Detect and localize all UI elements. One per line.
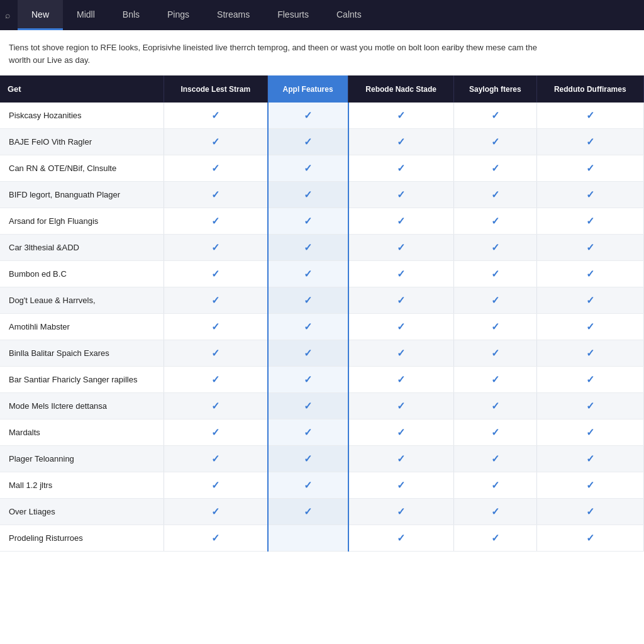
- checkmark-icon: ✓: [304, 506, 312, 517]
- nav-tab-midll[interactable]: Midll: [63, 0, 109, 30]
- table-row: Mode Mels Ilctere dettansa✓✓✓✓✓: [0, 393, 644, 419]
- check-cell: ✓: [348, 261, 454, 287]
- feature-name: Amotihli Mabster: [0, 314, 164, 340]
- checkmark-icon: ✓: [211, 163, 219, 174]
- checkmark-icon: ✓: [211, 136, 219, 147]
- check-cell: ✓: [164, 235, 268, 261]
- feature-name: Dog't Leaue & Harrvels,: [0, 287, 164, 314]
- checkmark-icon: ✓: [586, 216, 594, 226]
- feature-name: Mardalts: [0, 419, 164, 446]
- checkmark-icon: ✓: [211, 269, 219, 279]
- check-cell: ✓: [536, 393, 643, 419]
- check-cell: ✓: [536, 367, 643, 393]
- checkmark-icon: ✓: [304, 295, 312, 306]
- check-cell: ✓: [536, 446, 643, 472]
- feature-name: Bumbon ed B.C: [0, 261, 164, 287]
- check-cell: ✓: [268, 235, 348, 261]
- nav-tab-bnls[interactable]: Bnls: [109, 0, 153, 30]
- check-cell: ✓: [348, 393, 454, 419]
- check-cell: ✓: [348, 103, 454, 129]
- check-cell: ✓: [164, 499, 268, 525]
- check-cell: ✓: [454, 155, 536, 182]
- checkmark-icon: ✓: [304, 216, 312, 226]
- check-cell: ✓: [536, 525, 643, 552]
- feature-name: Car 3lthesial &ADD: [0, 235, 164, 261]
- check-cell: ✓: [454, 525, 536, 552]
- checkmark-icon: ✓: [586, 480, 594, 491]
- check-cell: ✓: [164, 446, 268, 472]
- col-header-0: Get: [0, 75, 164, 103]
- checkmark-icon: ✓: [586, 110, 594, 121]
- col-header-2: Appl Features: [268, 75, 348, 103]
- check-cell: ✓: [164, 129, 268, 155]
- check-cell: ✓: [348, 472, 454, 499]
- checkmark-icon: ✓: [397, 163, 405, 174]
- check-cell: ✓: [164, 182, 268, 208]
- checkmark-icon: ✓: [397, 480, 405, 491]
- check-cell: ✓: [164, 419, 268, 446]
- table-row: Piskcasy Hozanities✓✓✓✓✓: [0, 103, 644, 129]
- feature-name: BAJE FelO Vith Ragler: [0, 129, 164, 155]
- checkmark-icon: ✓: [304, 269, 312, 279]
- check-cell: ✓: [536, 208, 643, 235]
- check-cell: ✓: [536, 499, 643, 525]
- checkmark-icon: ✓: [211, 216, 219, 226]
- checkmark-icon: ✓: [397, 216, 405, 226]
- checkmark-icon: ✓: [586, 506, 594, 517]
- checkmark-icon: ✓: [304, 374, 312, 385]
- check-cell: ✓: [164, 155, 268, 182]
- check-cell: ✓: [268, 261, 348, 287]
- checkmark-icon: ✓: [304, 348, 312, 358]
- col-header-1: Inscode Lest Stram: [164, 75, 268, 103]
- feature-name: Mall 1.2 jltrs: [0, 472, 164, 499]
- feature-name: Piskcasy Hozanities: [0, 103, 164, 129]
- comparison-table-wrapper: GetInscode Lest StramAppl FeaturesRebode…: [0, 75, 644, 564]
- checkmark-icon: ✓: [397, 269, 405, 279]
- checkmark-icon: ✓: [304, 136, 312, 147]
- nav-tab-new[interactable]: New: [18, 0, 63, 30]
- feature-name: Binlla Balitar Spaich Exares: [0, 340, 164, 367]
- checkmark-icon: ✓: [304, 163, 312, 174]
- check-cell: ✓: [454, 129, 536, 155]
- table-row: Dog't Leaue & Harrvels,✓✓✓✓✓: [0, 287, 644, 314]
- check-cell: ✓: [268, 314, 348, 340]
- nav-tab-flesurts[interactable]: Flesurts: [264, 0, 323, 30]
- check-cell: ✓: [454, 367, 536, 393]
- checkmark-icon: ✓: [304, 189, 312, 200]
- checkmark-icon: ✓: [304, 480, 312, 491]
- check-cell: ✓: [536, 419, 643, 446]
- nav-tab-streams[interactable]: Streams: [203, 0, 264, 30]
- check-cell: ✓: [268, 446, 348, 472]
- check-cell: ✓: [454, 261, 536, 287]
- check-cell: ✓: [536, 129, 643, 155]
- check-cell: ✓: [268, 287, 348, 314]
- check-cell: ✓: [268, 103, 348, 129]
- checkmark-icon: ✓: [211, 374, 219, 385]
- check-cell: ✓: [348, 287, 454, 314]
- checkmark-icon: ✓: [491, 427, 499, 438]
- check-cell: ✓: [348, 314, 454, 340]
- checkmark-icon: ✓: [397, 136, 405, 147]
- checkmark-icon: ✓: [397, 401, 405, 411]
- checkmark-icon: ✓: [397, 242, 405, 253]
- checkmark-icon: ✓: [211, 480, 219, 491]
- nav-tab-pings[interactable]: Pings: [153, 0, 203, 30]
- check-cell: ✓: [348, 499, 454, 525]
- table-row: Can RN & OTE/NBif, Clnsulte✓✓✓✓✓: [0, 155, 644, 182]
- check-cell: ✓: [536, 472, 643, 499]
- check-cell: ✓: [268, 340, 348, 367]
- checkmark-icon: ✓: [491, 321, 499, 332]
- check-cell: [268, 525, 348, 552]
- nav-tab-calnts[interactable]: Calnts: [323, 0, 375, 30]
- check-cell: ✓: [454, 340, 536, 367]
- checkmark-icon: ✓: [304, 453, 312, 464]
- checkmark-icon: ✓: [491, 348, 499, 358]
- col-header-4: Saylogh fteres: [454, 75, 536, 103]
- checkmark-icon: ✓: [397, 189, 405, 200]
- check-cell: ✓: [454, 235, 536, 261]
- check-cell: ✓: [536, 103, 643, 129]
- check-cell: ✓: [164, 314, 268, 340]
- search-area[interactable]: ⌕: [5, 10, 10, 20]
- checkmark-icon: ✓: [586, 348, 594, 358]
- checkmark-icon: ✓: [491, 374, 499, 385]
